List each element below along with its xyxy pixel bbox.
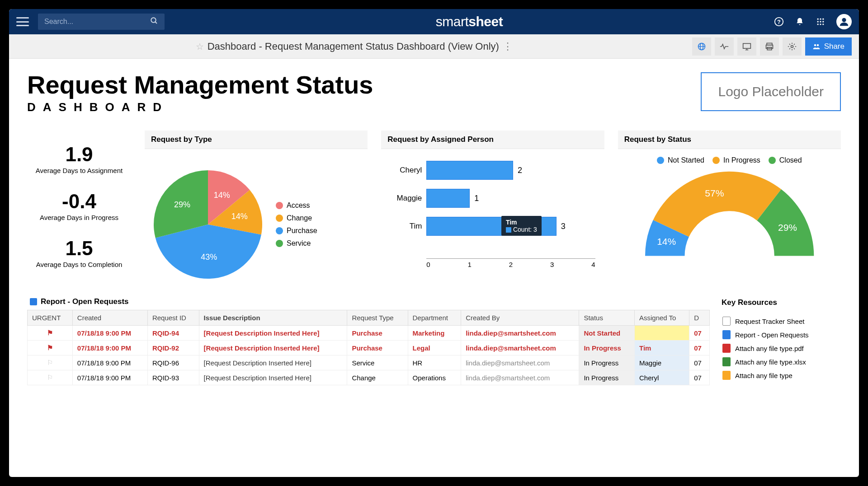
help-icon[interactable]: ?	[774, 17, 784, 27]
share-button[interactable]: Share	[805, 37, 852, 56]
cell-type: Purchase	[347, 341, 408, 355]
cell-desc: [Request Description Inserted Here]	[199, 370, 347, 385]
column-header[interactable]: Created By	[461, 310, 579, 326]
column-header[interactable]: Issue Description	[199, 310, 347, 326]
urgent-flag: ⚐	[28, 355, 73, 370]
metric: 1.9 Average Days to Assignment	[27, 143, 131, 174]
svg-point-4	[817, 19, 819, 20]
legend-item: Service	[276, 239, 317, 248]
search-input[interactable]	[44, 18, 150, 26]
cell-d: 07	[689, 370, 710, 385]
donut-chart: 14% 57% 29%	[623, 169, 836, 264]
cell-d: 07	[689, 341, 710, 355]
resource-label: Attach any file type.pdf	[735, 345, 804, 352]
cell-type: Service	[347, 355, 408, 370]
column-header[interactable]: Request ID	[147, 310, 199, 326]
column-header[interactable]: D	[689, 310, 710, 326]
svg-point-7	[817, 21, 819, 22]
metric: -0.4 Average Days in Progress	[27, 190, 131, 221]
bar-category: Tim	[386, 222, 422, 231]
resource-item[interactable]: Report - Open Requests	[721, 328, 839, 341]
apps-icon[interactable]	[816, 17, 826, 27]
svg-point-0	[151, 18, 156, 23]
top-nav: smartsheet ?	[9, 9, 859, 34]
toolbar: ☆ Dashboard - Request Management Status …	[9, 34, 859, 59]
column-header[interactable]: Status	[579, 310, 635, 326]
cell-desc: [Request Description Inserted Here]	[199, 355, 347, 370]
svg-point-5	[820, 19, 821, 20]
avatar[interactable]	[836, 14, 852, 29]
report-table: URGENTCreatedRequest IDIssue Description…	[27, 310, 710, 385]
resource-item[interactable]: Request Tracker Sheet	[721, 314, 839, 328]
present-button[interactable]	[737, 37, 756, 56]
donut-label: 14%	[657, 236, 676, 247]
cell-status: In Progress	[579, 341, 635, 355]
cell-assigned: Maggie	[635, 355, 689, 370]
globe-button[interactable]	[692, 37, 711, 56]
metric-value: 1.9	[27, 143, 131, 166]
report-icon	[30, 298, 37, 305]
panel-header: Request by Status	[618, 131, 841, 149]
panel-request-by-type: Request by Type 14% 14% 43% 29% AccessCh…	[145, 131, 368, 281]
page-title: Request Management Status	[27, 72, 373, 98]
svg-rect-17	[743, 43, 750, 48]
bar	[426, 161, 513, 180]
legend-item: Change	[276, 214, 317, 222]
resource-item[interactable]: Attach any file type.xlsx	[721, 355, 839, 369]
more-icon[interactable]: ⋮	[503, 41, 513, 52]
logo-placeholder: Logo Placeholder	[701, 72, 841, 111]
pie-label: 29%	[174, 200, 190, 209]
table-row[interactable]: ⚐ 07/18/18 9:00 PM RQID-93 [Request Desc…	[28, 370, 710, 385]
cell-desc: [Request Description Inserted Here]	[199, 341, 347, 355]
x-axis: 01234	[426, 258, 595, 268]
panel-header: Request by Assigned Person	[381, 131, 604, 149]
resource-item[interactable]: Attach any file type.pdf	[721, 341, 839, 355]
page-subtitle: DASHBOARD	[27, 100, 373, 114]
panel-header: Request by Type	[145, 131, 368, 149]
bell-icon[interactable]	[795, 17, 805, 27]
print-button[interactable]	[760, 37, 779, 56]
cell-created: 07/18/18 9:00 PM	[72, 370, 147, 385]
table-row[interactable]: ⚑ 07/18/18 9:00 PM RQID-92 [Request Desc…	[28, 341, 710, 355]
column-header[interactable]: Assigned To	[635, 310, 689, 326]
column-header[interactable]: Request Type	[347, 310, 408, 326]
svg-point-6	[822, 19, 824, 20]
resources-title: Key Resources	[719, 294, 841, 312]
cell-assigned	[635, 326, 689, 341]
cell-d: 07	[689, 355, 710, 370]
svg-point-11	[820, 23, 821, 25]
bar-value: 1	[474, 194, 479, 203]
svg-text:?: ?	[777, 19, 781, 25]
panel-request-by-status: Request by Status Not StartedIn Progress…	[618, 131, 841, 281]
pie-label: 43%	[201, 252, 217, 261]
table-row[interactable]: ⚐ 07/18/18 9:00 PM RQID-96 [Request Desc…	[28, 355, 710, 370]
column-header[interactable]: Department	[408, 310, 461, 326]
settings-button[interactable]	[783, 37, 802, 56]
table-row[interactable]: ⚑ 07/18/18 9:00 PM RQID-94 [Request Desc…	[28, 326, 710, 341]
cell-dept: Legal	[408, 341, 461, 355]
panel-request-by-person: Request by Assigned Person Cheryl 2 Magg…	[381, 131, 604, 281]
column-header[interactable]: Created	[72, 310, 147, 326]
cell-created: 07/18/18 9:00 PM	[72, 326, 147, 341]
search-box[interactable]	[38, 14, 165, 30]
svg-point-9	[822, 21, 824, 22]
cell-dept: Operations	[408, 370, 461, 385]
svg-point-10	[817, 23, 819, 25]
cell-d: 07	[689, 326, 710, 341]
legend-item: Access	[276, 201, 317, 210]
bar-row: Cheryl 2	[426, 156, 599, 184]
key-resources: Key Resources Request Tracker SheetRepor…	[719, 294, 841, 385]
resource-item[interactable]: Attach any file type	[721, 369, 839, 382]
report-title: Report - Open Requests	[41, 297, 129, 306]
bar	[426, 189, 470, 208]
metric-label: Average Days to Completion	[27, 261, 131, 268]
file-icon	[722, 357, 731, 366]
column-header[interactable]: URGENT	[28, 310, 73, 326]
search-icon[interactable]	[150, 17, 158, 27]
star-icon[interactable]: ☆	[196, 41, 204, 52]
bar-category: Cheryl	[386, 166, 422, 175]
metric-value: -0.4	[27, 190, 131, 213]
pulse-button[interactable]	[715, 37, 734, 56]
metric-value: 1.5	[27, 237, 131, 260]
menu-icon[interactable]	[16, 17, 29, 26]
